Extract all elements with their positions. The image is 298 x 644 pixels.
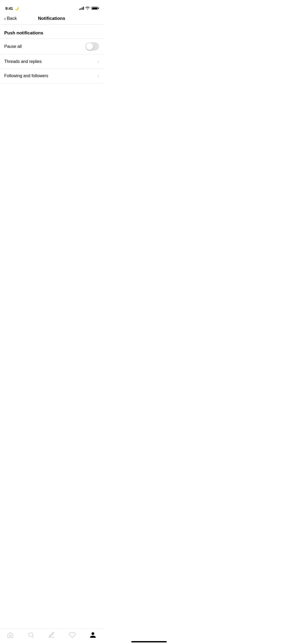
back-label: Back xyxy=(7,16,17,21)
pause-all-label: Pause all xyxy=(4,44,22,49)
pause-all-row: Pause all xyxy=(0,39,103,54)
threads-replies-label: Threads and replies xyxy=(4,59,42,64)
chevron-right-icon-2: › xyxy=(97,73,99,79)
following-followers-row[interactable]: Following and followers › xyxy=(0,69,103,83)
toggle-knob xyxy=(86,43,93,50)
page-title: Notifications xyxy=(38,16,65,21)
status-icons xyxy=(79,6,98,11)
section-title: Push notifications xyxy=(4,30,43,35)
nav-header: ‹ Back Notifications xyxy=(0,13,103,25)
section-header: Push notifications xyxy=(0,25,103,38)
following-followers-label: Following and followers xyxy=(4,73,48,78)
content: Push notifications Pause all Threads and… xyxy=(0,25,103,83)
moon-icon: 🌙 xyxy=(15,6,19,10)
signal-icon xyxy=(79,7,84,10)
threads-replies-row[interactable]: Threads and replies › xyxy=(0,54,103,69)
status-bar: 9:41 🌙 xyxy=(0,0,103,13)
settings-list: Pause all Threads and replies › Followin… xyxy=(0,38,103,83)
battery-icon xyxy=(91,7,98,10)
back-chevron-icon: ‹ xyxy=(4,16,6,21)
back-button[interactable]: ‹ Back xyxy=(4,16,17,21)
pause-all-toggle[interactable] xyxy=(85,42,99,50)
wifi-icon xyxy=(85,6,90,11)
chevron-right-icon: › xyxy=(97,59,99,64)
status-time: 9:41 xyxy=(5,6,13,11)
